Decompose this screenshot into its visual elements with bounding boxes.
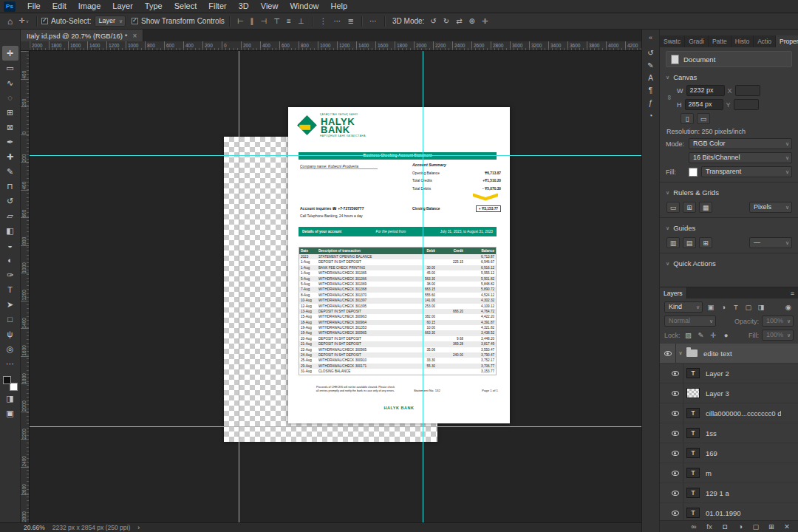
link-dimensions-icon[interactable]: ∞ bbox=[666, 94, 673, 101]
layer-row[interactable]: T01.01.1990 bbox=[660, 503, 798, 520]
vertical-guide-1[interactable] bbox=[239, 51, 239, 522]
panel-tab-actio[interactable]: Actio bbox=[754, 35, 776, 47]
layer-group-icon[interactable]: ▢ bbox=[751, 522, 761, 531]
panel-tab-properties[interactable]: Properties bbox=[776, 35, 798, 47]
link-layers-icon[interactable]: ∞ bbox=[689, 522, 699, 531]
new-guide-icon[interactable]: ▥ bbox=[666, 237, 680, 248]
delete-layer-icon[interactable]: ✕ bbox=[782, 522, 792, 531]
filter-smart-object-icon[interactable]: ◨ bbox=[756, 302, 766, 312]
marquee-tool[interactable]: ▭ bbox=[2, 61, 18, 75]
group-expand-icon[interactable]: ∨ bbox=[676, 350, 685, 356]
guide-style-dropdown[interactable]: — bbox=[749, 237, 792, 248]
color-mode-dropdown[interactable]: RGB Color bbox=[689, 138, 792, 149]
menu-window[interactable]: Window bbox=[284, 0, 324, 13]
3d-rotate-icon[interactable]: ↺ bbox=[427, 15, 439, 28]
layer-visibility-toggle[interactable] bbox=[667, 403, 683, 423]
fill-swatch[interactable] bbox=[689, 168, 698, 177]
bit-depth-dropdown[interactable]: 16 Bits/Channel bbox=[689, 152, 792, 163]
layer-row[interactable]: Tcilla000000...ccccccc0 d bbox=[660, 403, 798, 423]
zoom-level-field[interactable]: 20.66% bbox=[24, 524, 45, 531]
foreground-color-swatch[interactable] bbox=[3, 376, 11, 384]
layer-mask-icon[interactable]: ◘ bbox=[720, 522, 730, 531]
guide-layout-icon[interactable]: ▤ bbox=[683, 237, 696, 248]
kind-filter-dropdown[interactable]: Kind bbox=[664, 301, 703, 313]
expand-panels-icon[interactable]: « bbox=[649, 34, 652, 41]
menu-edit[interactable]: Edit bbox=[47, 0, 72, 13]
3d-pan-icon[interactable]: ⇄ bbox=[453, 15, 465, 28]
lock-transparency-icon[interactable]: ▨ bbox=[683, 330, 694, 340]
healing-brush-tool[interactable]: ✚ bbox=[2, 149, 18, 164]
distribute-spacing-icon[interactable]: ≣ bbox=[345, 15, 357, 28]
adjustment-layer-icon[interactable]: ◑ bbox=[735, 522, 746, 531]
layers-panel-tab[interactable]: Layers bbox=[660, 287, 687, 299]
opacity-dropdown[interactable]: 100% bbox=[762, 316, 794, 327]
move-tool-options-icon[interactable]: ✛∨ bbox=[16, 14, 32, 28]
close-tab-icon[interactable]: × bbox=[132, 32, 137, 40]
clear-guides-icon[interactable]: ⊞ bbox=[699, 237, 712, 248]
glyphs-panel-icon[interactable]: ƒ bbox=[644, 97, 658, 109]
align-center-horizontal-icon[interactable]: ∥ bbox=[248, 15, 257, 28]
layer-visibility-toggle[interactable] bbox=[667, 483, 683, 502]
new-layer-icon[interactable]: ⊞ bbox=[766, 522, 777, 531]
brushes-panel-icon[interactable]: ✎ bbox=[644, 59, 658, 72]
lock-pixels-icon[interactable]: ✎ bbox=[696, 330, 706, 340]
path-selection-tool[interactable]: ➤ bbox=[2, 297, 18, 312]
guides-section-header[interactable]: ∨ Guides bbox=[666, 222, 792, 233]
filter-toggle-icon[interactable]: ◉ bbox=[783, 302, 794, 312]
horizontal-guide-2[interactable] bbox=[30, 426, 641, 427]
menu-image[interactable]: Image bbox=[72, 0, 107, 13]
toggle-rulers-icon[interactable]: ▭ bbox=[666, 202, 680, 213]
align-left-icon[interactable]: ⊢ bbox=[234, 15, 247, 28]
document-tab[interactable]: Italy id.psd @ 20.7% (RGB/16) * × bbox=[21, 30, 143, 41]
layer-row[interactable]: T129 1 a bbox=[660, 483, 798, 503]
menu-type[interactable]: Type bbox=[139, 0, 168, 13]
menu-select[interactable]: Select bbox=[168, 0, 203, 13]
align-right-icon[interactable]: ⊣ bbox=[258, 15, 270, 28]
width-field[interactable]: 2232 px bbox=[686, 85, 725, 96]
history-brush-tool[interactable]: ↺ bbox=[2, 194, 18, 208]
snap-to-grid-icon[interactable]: ▦ bbox=[699, 202, 712, 213]
layer-row[interactable]: T169 bbox=[660, 443, 798, 463]
units-dropdown[interactable]: Pixels bbox=[749, 202, 792, 213]
paragraph-panel-icon[interactable]: ¶ bbox=[644, 84, 658, 97]
brush-tool[interactable]: ✎ bbox=[2, 164, 18, 179]
align-middle-icon[interactable]: ≡ bbox=[284, 15, 294, 28]
blur-tool[interactable]: ◒ bbox=[2, 238, 18, 253]
filter-shape-icon[interactable]: ▢ bbox=[743, 302, 754, 312]
panel-tab-patte[interactable]: Patte bbox=[709, 35, 732, 47]
align-top-icon[interactable]: ⊤ bbox=[270, 15, 283, 28]
type-tool[interactable]: T bbox=[2, 282, 18, 297]
auto-select-target-dropdown[interactable]: Layer bbox=[95, 16, 126, 27]
layers-fill-dropdown[interactable]: 100% bbox=[762, 330, 794, 341]
dodge-tool[interactable]: ◐ bbox=[2, 253, 18, 267]
vertical-guide-2[interactable] bbox=[423, 51, 423, 522]
hand-tool[interactable]: ψ bbox=[2, 327, 18, 341]
menu-view[interactable]: View bbox=[255, 0, 284, 13]
layer-visibility-toggle[interactable] bbox=[667, 423, 683, 443]
distribute-vertical-icon[interactable]: ⋮ bbox=[317, 15, 330, 28]
layer-effects-icon[interactable]: fx bbox=[704, 522, 715, 531]
layer-visibility-toggle[interactable] bbox=[667, 364, 683, 383]
eyedropper-tool[interactable]: ✒ bbox=[2, 134, 18, 149]
status-menu-icon[interactable]: › bbox=[137, 524, 140, 531]
object-selection-tool[interactable]: ◌ bbox=[2, 90, 18, 105]
eraser-tool[interactable]: ▱ bbox=[2, 208, 18, 223]
align-bottom-icon[interactable]: ⊥ bbox=[295, 15, 307, 28]
layer-row[interactable]: ∨edite text bbox=[660, 344, 798, 364]
edit-toolbar-icon[interactable]: ⋯ bbox=[2, 356, 18, 371]
3d-scale-icon[interactable]: ✛ bbox=[479, 15, 491, 28]
menu-layer[interactable]: Layer bbox=[106, 0, 139, 13]
auto-select-checkbox[interactable]: Auto-Select: bbox=[41, 17, 91, 25]
portrait-orientation-button[interactable]: ▯ bbox=[681, 113, 694, 124]
color-swatches[interactable] bbox=[3, 376, 18, 391]
menu-help[interactable]: Help bbox=[325, 0, 354, 13]
frame-tool[interactable]: ⊠ bbox=[2, 120, 18, 134]
filter-pixel-icon[interactable]: ▣ bbox=[706, 302, 716, 312]
layer-visibility-toggle[interactable] bbox=[667, 383, 683, 403]
rulers-grids-section-header[interactable]: ∨ Rulers & Grids bbox=[666, 187, 792, 198]
show-transform-checkbox[interactable]: Show Transform Controls bbox=[132, 17, 225, 25]
3d-roll-icon[interactable]: ↻ bbox=[440, 15, 452, 28]
blend-mode-dropdown[interactable]: Normal bbox=[664, 316, 716, 327]
shape-tool[interactable]: □ bbox=[2, 312, 18, 327]
home-icon[interactable]: ⌂ bbox=[4, 15, 16, 28]
